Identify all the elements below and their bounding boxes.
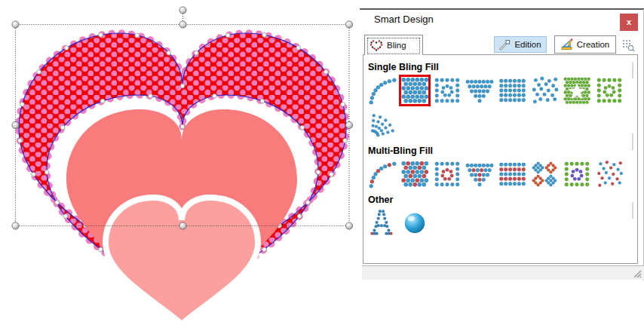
resize-grip[interactable]: [631, 268, 642, 278]
bling-3d-view[interactable]: [400, 209, 429, 238]
creation-button-label: Creation: [577, 40, 609, 49]
single-scatter-fill[interactable]: [530, 76, 559, 105]
rotation-handle[interactable]: [179, 7, 186, 14]
edition-button-label: Edition: [514, 40, 541, 49]
smart-design-panel: Smart Design x Bling Edition Creation: [362, 0, 644, 328]
single-fan-fill[interactable]: [465, 76, 494, 105]
resize-handle-se[interactable]: [345, 222, 352, 229]
inner-heart[interactable]: [106, 198, 258, 324]
section-title: Single Bling Fill: [368, 62, 637, 72]
resize-handle-n[interactable]: [179, 21, 186, 28]
magic-wand-icon: [499, 39, 511, 51]
multi-scatter-fill[interactable]: [595, 160, 624, 189]
single-radial-rays[interactable]: [368, 111, 397, 139]
multi-contour-fill[interactable]: [433, 160, 462, 189]
edition-button[interactable]: Edition: [494, 36, 547, 53]
single-circle-motif-fill[interactable]: [595, 76, 624, 105]
set-square-pencil-icon: [561, 38, 573, 51]
design-canvas[interactable]: [0, 0, 362, 328]
resize-handle-sw[interactable]: [12, 222, 19, 229]
multi-grid-fill[interactable]: [498, 160, 526, 189]
scroll-mark: [632, 202, 633, 219]
bling-presets-area: Single Bling FillMulti-Bling FillOther: [363, 54, 638, 264]
scroll-mark: [632, 133, 633, 150]
resize-handle-e[interactable]: [345, 121, 352, 128]
multi-diamond-motifs[interactable]: [530, 160, 559, 189]
tab-bling-label: Bling: [387, 41, 406, 50]
single-grid-fill[interactable]: [498, 76, 526, 105]
panel-statusbar: [362, 265, 644, 280]
multi-rect-fill[interactable]: [400, 160, 429, 189]
bling-heart-icon: [370, 39, 383, 51]
resize-handle-nw[interactable]: [12, 21, 19, 28]
resize-handle-ne[interactable]: [345, 21, 352, 28]
panel-top-divider: [360, 8, 644, 10]
section-title: Multi-Bling Fill: [368, 146, 637, 156]
resize-handle-w[interactable]: [12, 121, 19, 128]
single-rect-fill[interactable]: [400, 76, 429, 105]
browse-designs-icon[interactable]: [622, 39, 635, 52]
multi-run-arc[interactable]: [368, 160, 397, 189]
panel-title: Smart Design: [374, 14, 434, 25]
single-run-arc[interactable]: [368, 76, 397, 105]
bling-lettering[interactable]: [368, 209, 397, 238]
creation-button[interactable]: Creation: [554, 35, 616, 54]
single-star-motif-fill[interactable]: [563, 76, 591, 105]
section-title: Other: [368, 195, 637, 205]
heart-bling-object[interactable]: [18, 32, 348, 326]
scroll-mark: [632, 62, 633, 78]
resize-handle-s[interactable]: [179, 222, 186, 229]
close-button[interactable]: x: [620, 14, 638, 31]
multi-circle-motif[interactable]: [563, 160, 591, 189]
single-contour-fill[interactable]: [433, 76, 462, 105]
multi-fan-fill[interactable]: [465, 160, 494, 189]
tab-bling[interactable]: Bling: [364, 35, 423, 55]
